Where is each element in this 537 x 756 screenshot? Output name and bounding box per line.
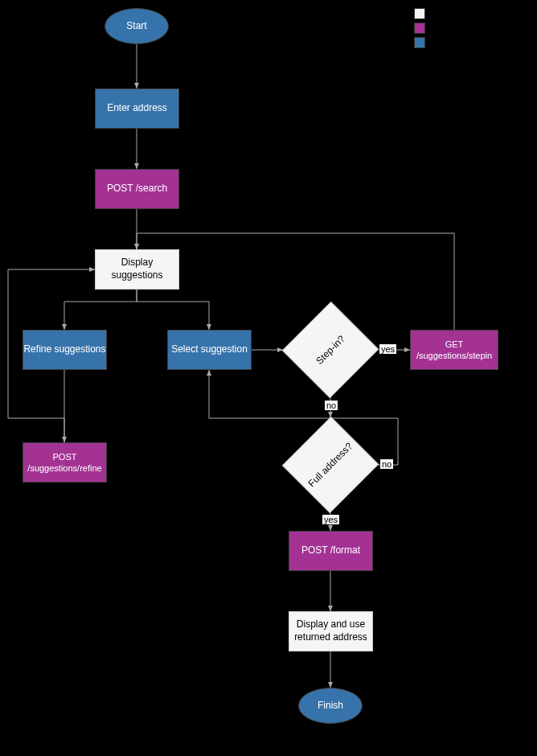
legend-white [414, 8, 425, 19]
node-enter-address: Enter address [95, 88, 179, 129]
legend-blue [414, 37, 425, 48]
edge-fulladdr-no: no [380, 459, 393, 469]
node-step-in: Step-in? [297, 316, 364, 384]
legend-purple [414, 23, 425, 34]
node-post-search: POST /search [95, 169, 179, 209]
node-post-format: POST /format [289, 531, 373, 571]
edge-fulladdr-yes: yes [322, 515, 339, 524]
node-display-returned: Display and use returned address [289, 611, 373, 651]
node-refine-suggestions: Refine suggestions [23, 330, 107, 370]
node-post-refine: POST /suggestions/refine [23, 442, 107, 483]
node-start: Start [105, 8, 169, 44]
flow-arrows [0, 0, 537, 756]
node-display-suggestions: Display suggestions [95, 249, 179, 290]
node-select-suggestion: Select suggestion [167, 330, 252, 370]
node-full-address: Full address? [297, 431, 364, 499]
node-get-stepin: GET /suggestions/stepin [410, 330, 498, 370]
edge-stepin-no: no [325, 401, 338, 410]
node-finish: Finish [298, 688, 363, 724]
edge-stepin-yes: yes [379, 344, 396, 354]
